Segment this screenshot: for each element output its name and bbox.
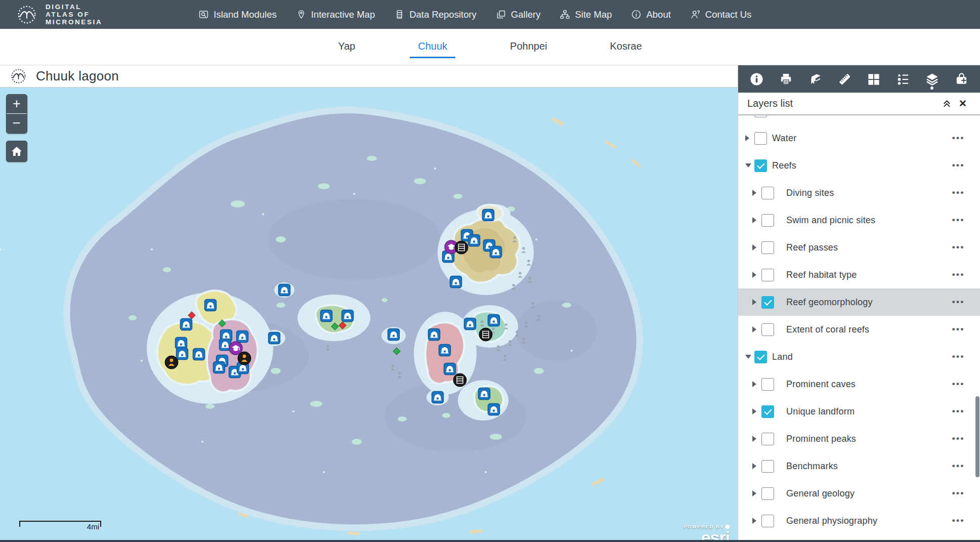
layer-row-prominent-caves[interactable]: Prominent caves•••	[738, 370, 980, 398]
layer-checkbox[interactable]	[761, 378, 774, 391]
layer-checkbox[interactable]	[761, 269, 774, 281]
blue-landform-marker[interactable]	[388, 329, 400, 341]
nav-item-island-modules[interactable]: Island Modules	[198, 9, 276, 20]
expand-arrow-icon[interactable]	[752, 490, 761, 496]
zoom-in-button[interactable]: +	[7, 95, 27, 114]
layer-checkbox[interactable]	[761, 487, 774, 500]
layer-checkbox[interactable]	[761, 433, 774, 445]
nav-item-contact-us[interactable]: Contact Us	[690, 9, 752, 20]
expand-arrow-icon[interactable]	[752, 408, 761, 414]
layer-options-button[interactable]: •••	[952, 242, 965, 253]
tab-pohnpei[interactable]: Pohnpei	[502, 35, 555, 58]
legend-tool-button[interactable]	[893, 67, 913, 91]
layer-row-general-geology[interactable]: General geology•••	[738, 480, 980, 507]
layer-checkbox[interactable]	[754, 159, 767, 172]
expand-arrow-icon[interactable]	[752, 272, 761, 278]
layer-row-water[interactable]: Water•••	[738, 124, 980, 152]
layer-options-button[interactable]: •••	[952, 133, 965, 143]
layer-row-reef-geomorphology[interactable]: Reef geomorphology•••	[738, 288, 980, 316]
nav-item-interactive-map[interactable]: Interactive Map	[296, 9, 375, 20]
blue-landform-marker[interactable]	[432, 392, 444, 403]
layer-options-button[interactable]: •••	[952, 406, 965, 416]
collapse-arrow-icon[interactable]	[745, 355, 754, 359]
layer-options-button[interactable]: •••	[952, 324, 965, 335]
close-panel-button[interactable]: ✕	[955, 96, 971, 112]
nav-item-gallery[interactable]: Gallery	[496, 9, 541, 20]
blue-landform-marker[interactable]	[468, 235, 480, 246]
blue-landform-marker[interactable]	[488, 315, 500, 326]
expand-arrow-icon[interactable]	[752, 244, 761, 251]
blue-landform-marker[interactable]	[205, 300, 217, 311]
layer-options-button[interactable]: •••	[952, 160, 965, 171]
layer-options-button[interactable]: •••	[952, 434, 965, 444]
layer-options-button[interactable]: •••	[952, 488, 965, 498]
layer-options-button[interactable]: •••	[952, 516, 965, 526]
collapse-arrow-icon[interactable]	[745, 163, 754, 168]
tab-kosrae[interactable]: Kosrae	[602, 35, 650, 58]
blue-landform-marker[interactable]	[450, 276, 462, 288]
layer-row-clipped[interactable]: •••	[738, 115, 980, 124]
blue-landform-marker[interactable]	[464, 318, 476, 330]
blue-landform-marker[interactable]	[177, 348, 188, 360]
layer-row-unique-landform[interactable]: Unique landform•••	[738, 398, 980, 425]
blue-landform-marker[interactable]	[176, 338, 187, 349]
layer-row-benchmarks[interactable]: Benchmarks•••	[738, 452, 980, 480]
blue-landform-marker[interactable]	[269, 332, 280, 344]
layer-checkbox[interactable]	[761, 323, 774, 336]
expand-arrow-icon[interactable]	[752, 463, 761, 469]
layer-options-button[interactable]: •••	[952, 379, 965, 389]
layer-checkbox[interactable]	[761, 515, 774, 527]
blue-landform-marker[interactable]	[479, 388, 490, 400]
layer-row-prominent-peaks[interactable]: Prominent peaks•••	[738, 425, 980, 452]
blue-landform-marker[interactable]	[490, 246, 502, 258]
layer-row-extent-of-coral-reefs[interactable]: Extent of coral reefs•••	[738, 316, 980, 343]
black-circle-striped-marker[interactable]	[479, 328, 492, 341]
info-tool-button[interactable]	[747, 67, 767, 91]
home-button[interactable]	[6, 141, 27, 162]
layer-options-button[interactable]: •••	[952, 297, 965, 307]
bookmark-book-tool-button[interactable]	[805, 67, 825, 91]
blue-landform-marker[interactable]	[483, 210, 494, 221]
layer-row-swim-and-picnic-sites[interactable]: Swim and picnic sites•••	[738, 206, 980, 234]
layer-checkbox[interactable]	[761, 187, 774, 199]
blue-landform-marker[interactable]	[237, 331, 248, 343]
layer-row-diving-sites[interactable]: Diving sites•••	[738, 179, 980, 206]
brand[interactable]: DIGITAL ATLAS OF MICRONESIA	[15, 3, 102, 26]
expand-arrow-icon[interactable]	[752, 518, 761, 524]
panel-scrollbar[interactable]	[975, 115, 979, 540]
blue-landform-marker[interactable]	[444, 363, 456, 375]
layer-checkbox[interactable]	[761, 460, 774, 473]
layer-row-land[interactable]: Land•••	[738, 343, 980, 370]
layer-checkbox[interactable]	[761, 214, 774, 227]
print-tool-button[interactable]	[776, 67, 796, 91]
add-data-tool-button[interactable]	[951, 67, 971, 91]
blue-landform-marker[interactable]	[321, 310, 332, 322]
tab-chuuk[interactable]: Chuuk	[410, 35, 455, 58]
black-circle-striped-marker[interactable]	[453, 373, 466, 387]
black-circle-person-marker[interactable]	[238, 352, 251, 365]
layer-checkbox[interactable]	[754, 351, 767, 363]
expand-arrow-icon[interactable]	[752, 436, 761, 442]
layer-options-button[interactable]: •••	[952, 188, 965, 198]
nav-item-data-repository[interactable]: Data Repository	[394, 9, 477, 20]
nav-item-site-map[interactable]: Site Map	[560, 9, 612, 20]
blue-landform-marker[interactable]	[488, 404, 500, 415]
layer-row-reefs[interactable]: Reefs•••	[738, 152, 980, 179]
zoom-out-button[interactable]: −	[7, 114, 27, 133]
tab-yap[interactable]: Yap	[330, 35, 363, 58]
expand-arrow-icon[interactable]	[752, 217, 761, 223]
blue-landform-marker[interactable]	[181, 319, 192, 330]
expand-arrow-icon[interactable]	[752, 299, 761, 305]
blue-landform-marker[interactable]	[342, 310, 354, 322]
expand-arrow-icon[interactable]	[745, 135, 754, 141]
expand-arrow-icon[interactable]	[752, 190, 761, 196]
blue-landform-marker[interactable]	[193, 349, 205, 360]
blue-landform-marker[interactable]	[214, 362, 225, 373]
blue-landform-marker[interactable]	[429, 329, 440, 341]
basemap-grid-tool-button[interactable]	[864, 67, 884, 91]
layer-options-button[interactable]: •••	[952, 461, 965, 471]
layer-options-button[interactable]: •••	[952, 270, 965, 280]
basemap[interactable]	[0, 88, 738, 540]
layers-tool-button[interactable]	[922, 67, 942, 91]
black-circle-striped-marker[interactable]	[455, 241, 468, 254]
